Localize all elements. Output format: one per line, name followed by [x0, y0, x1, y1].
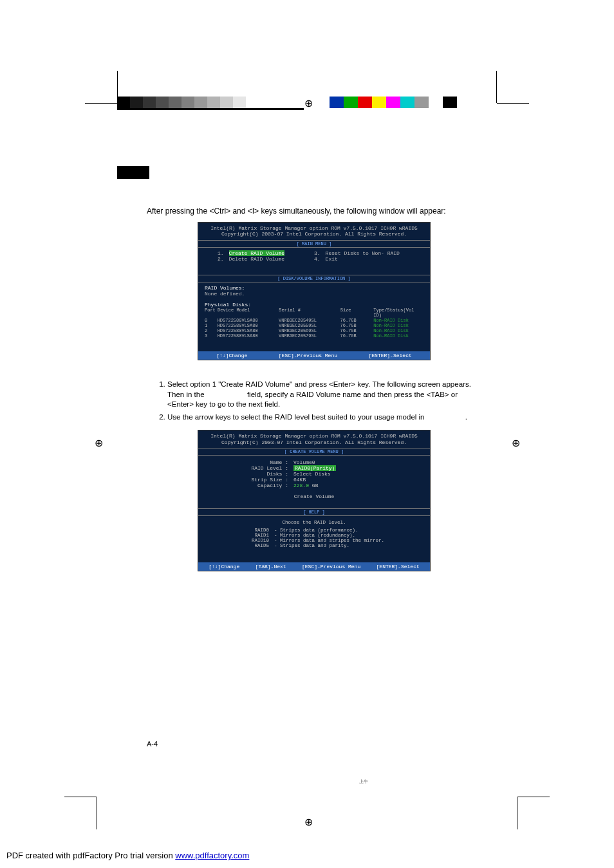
pdf-factory-link[interactable]: www.pdffactory.com [175, 851, 249, 860]
registration-mark-icon: ⊕ [302, 817, 314, 828]
create-volume-action: Create Volume [250, 488, 378, 502]
color-swatch [169, 97, 181, 108]
disks-value: Select Disks [288, 471, 331, 477]
name-value: Volume0 [288, 459, 315, 465]
col-type: Type/Status(Vol ID) [373, 308, 423, 318]
color-swatch [246, 97, 259, 108]
color-swatch [220, 97, 233, 108]
color-swatch [130, 97, 143, 108]
page-number: A-4 [147, 740, 158, 748]
bios-copyright-line: Copyright(C) 2003-07 Intel Corporation. … [203, 439, 425, 446]
crop-mark [64, 797, 97, 797]
capacity-value-unit: GB [312, 483, 319, 488]
menu-number: 1. [218, 250, 224, 256]
crop-mark [517, 797, 550, 797]
disk-model: HDS722580VLSA80 [218, 333, 274, 338]
footer-change: [↑↓]Change [216, 353, 247, 358]
menu-number: 2. [218, 256, 224, 262]
strip-size-value: 64KB [288, 477, 306, 483]
create-volume-menu-title: [ CREATE VOLUME MENU ] [198, 448, 430, 456]
disk-type: Non-RAID Disk [373, 328, 423, 333]
disk-type: Non-RAID Disk [373, 323, 423, 328]
color-swatch [181, 97, 194, 108]
color-swatch [117, 97, 130, 108]
color-swatch [344, 97, 358, 108]
disk-model: HDS722580VLSA80 [218, 328, 274, 333]
menu-reset-disks: Reset Disks to Non- RAID [326, 250, 400, 256]
raid-level-value: RAID0(Parity) [293, 465, 336, 471]
crop-mark [97, 797, 97, 829]
help-row: RAID5- Stripes data and parity. [243, 543, 385, 548]
physical-disks-label: Physical Disks: [205, 302, 423, 308]
help-row: RAID10- Mirrors data and stripes the mir… [243, 538, 385, 543]
registration-mark-icon: ⊕ [93, 438, 104, 449]
crop-mark [85, 103, 117, 104]
strip-size-label: Strip Size : [250, 477, 288, 483]
color-swatch [443, 97, 457, 108]
physical-disk-row: 1HDS722580VLSA80VNRB3EC20559SL76.7GBNon-… [205, 323, 423, 328]
raid-volumes-value: None defined. [205, 291, 423, 297]
color-swatch [372, 97, 386, 108]
color-swatch [358, 97, 372, 108]
color-swatch [194, 97, 207, 108]
physical-disk-row: 3HDS722580VLSA80VNRB3EC20579SL76.7GBNon-… [205, 333, 423, 338]
disk-model: HDS722580VLSA80 [218, 323, 274, 328]
registration-mark-icon: ⊕ [302, 98, 314, 109]
help-raid-desc: - Mirrors data and stripes the mirror. [274, 538, 384, 543]
color-swatch [429, 97, 443, 108]
color-swatch [400, 97, 414, 108]
disk-type: Non-RAID Disk [373, 333, 423, 338]
disk-serial: VNRB3EC20549SL [279, 318, 335, 323]
help-raid-desc: - Stripes data and parity. [274, 543, 349, 548]
menu-exit: Exit [326, 256, 338, 262]
disk-size: 76.7GB [340, 333, 369, 338]
disks-label: Disks : [250, 471, 288, 477]
menu-number: 3. [314, 250, 321, 256]
disk-size: 76.7GB [340, 318, 369, 323]
bios-title-line: Intel(R) Matrix Storage Manager option R… [203, 433, 425, 439]
help-raid-level: RAID10 [243, 538, 269, 543]
disk-size: 76.7GB [340, 328, 369, 333]
name-label: Name : [250, 459, 288, 465]
disk-type: Non-RAID Disk [373, 318, 423, 323]
help-raid-level: RAID1 [243, 533, 269, 538]
help-raid-desc: - Mirrors data (redundancy). [274, 533, 355, 538]
help-row: RAID0- Stripes data (performance). [243, 528, 385, 533]
capacity-value-num: 228.0 [293, 483, 309, 488]
raid-level-label: RAID Level : [250, 465, 288, 471]
help-raid-level: RAID0 [243, 528, 269, 533]
disk-port: 1 [205, 323, 212, 328]
crop-mark [497, 103, 529, 104]
bios-title-line: Intel(R) Matrix Storage Manager option R… [203, 225, 425, 232]
footer-change: [↑↓]Change [209, 564, 239, 569]
footer-prev-menu: [ESC]-Previous Menu [279, 353, 337, 358]
crop-mark [517, 797, 517, 829]
raid-volumes-label: RAID Volumes: [205, 285, 423, 291]
color-swatch [233, 97, 246, 108]
disk-size: 76.7GB [340, 323, 369, 328]
disk-model: HDS722580VLSA80 [218, 318, 274, 323]
physical-disk-row: 0HDS722580VLSA80VNRB3EC20549SL76.7GBNon-… [205, 318, 423, 323]
disk-serial: VNRB3EC20559SL [279, 323, 335, 328]
col-model: Device Model [218, 308, 274, 318]
color-bar [330, 97, 457, 108]
col-size: Size [340, 308, 369, 318]
col-port: Port [205, 308, 212, 318]
footer-prev-menu: [ESC]-Previous Menu [302, 564, 360, 569]
bios-main-menu-screenshot: Intel(R) Matrix Storage Manager option R… [198, 222, 431, 360]
instructions-list: Select option 1 "Create RAID Volume" and… [147, 380, 481, 422]
disk-port: 0 [205, 318, 212, 323]
greyscale-color-bar [117, 97, 259, 108]
bios-copyright-line: Copyright(C) 2003-07 Intel Corporation. … [203, 231, 425, 237]
section-header-block [117, 166, 149, 179]
color-swatch [156, 97, 169, 108]
disk-serial: VNRB3EC20569SL [279, 328, 335, 333]
color-swatch [414, 97, 429, 108]
footer-select: [ENTER]-Select [369, 353, 412, 358]
color-swatch [386, 97, 400, 108]
col-serial: Serial # [279, 308, 335, 318]
footer-tab-next: [TAB]-Next [256, 564, 286, 569]
color-swatch [330, 97, 344, 108]
capacity-label: Capacity : [250, 483, 288, 488]
menu-delete-raid-volume: Delete RAID Volume [229, 256, 284, 262]
